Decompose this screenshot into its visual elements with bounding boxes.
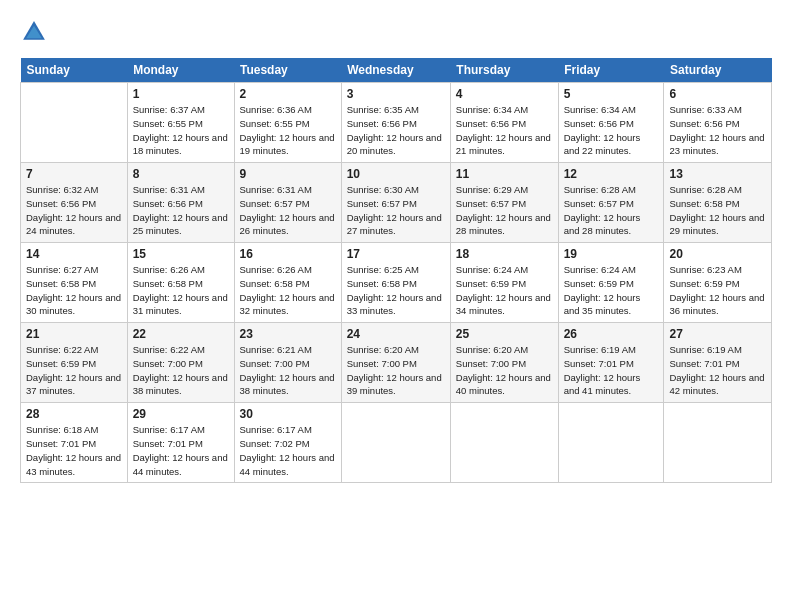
calendar-table: SundayMondayTuesdayWednesdayThursdayFrid… [20,58,772,483]
day-info: Sunrise: 6:35 AMSunset: 6:56 PMDaylight:… [347,103,445,158]
day-number: 12 [564,167,659,181]
day-info: Sunrise: 6:22 AMSunset: 6:59 PMDaylight:… [26,343,122,398]
day-cell: 26Sunrise: 6:19 AMSunset: 7:01 PMDayligh… [558,323,664,403]
day-cell: 23Sunrise: 6:21 AMSunset: 7:00 PMDayligh… [234,323,341,403]
day-number: 15 [133,247,229,261]
week-row-2: 7Sunrise: 6:32 AMSunset: 6:56 PMDaylight… [21,163,772,243]
day-cell: 6Sunrise: 6:33 AMSunset: 6:56 PMDaylight… [664,83,772,163]
day-cell: 1Sunrise: 6:37 AMSunset: 6:55 PMDaylight… [127,83,234,163]
col-header-tuesday: Tuesday [234,58,341,83]
day-number: 27 [669,327,766,341]
day-number: 5 [564,87,659,101]
day-cell [450,403,558,483]
day-cell [664,403,772,483]
day-info: Sunrise: 6:23 AMSunset: 6:59 PMDaylight:… [669,263,766,318]
day-cell: 14Sunrise: 6:27 AMSunset: 6:58 PMDayligh… [21,243,128,323]
day-number: 23 [240,327,336,341]
day-number: 30 [240,407,336,421]
day-number: 3 [347,87,445,101]
day-info: Sunrise: 6:18 AMSunset: 7:01 PMDaylight:… [26,423,122,478]
day-cell: 15Sunrise: 6:26 AMSunset: 6:58 PMDayligh… [127,243,234,323]
calendar-header-row: SundayMondayTuesdayWednesdayThursdayFrid… [21,58,772,83]
day-cell: 12Sunrise: 6:28 AMSunset: 6:57 PMDayligh… [558,163,664,243]
col-header-wednesday: Wednesday [341,58,450,83]
day-number: 21 [26,327,122,341]
day-cell: 29Sunrise: 6:17 AMSunset: 7:01 PMDayligh… [127,403,234,483]
day-info: Sunrise: 6:34 AMSunset: 6:56 PMDaylight:… [456,103,553,158]
day-number: 8 [133,167,229,181]
day-cell: 2Sunrise: 6:36 AMSunset: 6:55 PMDaylight… [234,83,341,163]
day-cell: 18Sunrise: 6:24 AMSunset: 6:59 PMDayligh… [450,243,558,323]
day-cell: 3Sunrise: 6:35 AMSunset: 6:56 PMDaylight… [341,83,450,163]
day-info: Sunrise: 6:24 AMSunset: 6:59 PMDaylight:… [456,263,553,318]
day-cell: 8Sunrise: 6:31 AMSunset: 6:56 PMDaylight… [127,163,234,243]
day-number: 6 [669,87,766,101]
page: SundayMondayTuesdayWednesdayThursdayFrid… [0,0,792,612]
day-number: 2 [240,87,336,101]
day-info: Sunrise: 6:17 AMSunset: 7:01 PMDaylight:… [133,423,229,478]
day-number: 10 [347,167,445,181]
col-header-monday: Monday [127,58,234,83]
day-cell [341,403,450,483]
day-info: Sunrise: 6:30 AMSunset: 6:57 PMDaylight:… [347,183,445,238]
week-row-1: 1Sunrise: 6:37 AMSunset: 6:55 PMDaylight… [21,83,772,163]
day-info: Sunrise: 6:29 AMSunset: 6:57 PMDaylight:… [456,183,553,238]
day-info: Sunrise: 6:17 AMSunset: 7:02 PMDaylight:… [240,423,336,478]
day-number: 22 [133,327,229,341]
day-info: Sunrise: 6:31 AMSunset: 6:56 PMDaylight:… [133,183,229,238]
day-cell: 4Sunrise: 6:34 AMSunset: 6:56 PMDaylight… [450,83,558,163]
day-info: Sunrise: 6:22 AMSunset: 7:00 PMDaylight:… [133,343,229,398]
day-info: Sunrise: 6:32 AMSunset: 6:56 PMDaylight:… [26,183,122,238]
day-cell: 30Sunrise: 6:17 AMSunset: 7:02 PMDayligh… [234,403,341,483]
col-header-thursday: Thursday [450,58,558,83]
day-info: Sunrise: 6:20 AMSunset: 7:00 PMDaylight:… [456,343,553,398]
day-number: 28 [26,407,122,421]
day-cell: 19Sunrise: 6:24 AMSunset: 6:59 PMDayligh… [558,243,664,323]
day-info: Sunrise: 6:28 AMSunset: 6:57 PMDaylight:… [564,183,659,238]
day-cell: 21Sunrise: 6:22 AMSunset: 6:59 PMDayligh… [21,323,128,403]
day-cell: 24Sunrise: 6:20 AMSunset: 7:00 PMDayligh… [341,323,450,403]
day-number: 18 [456,247,553,261]
col-header-saturday: Saturday [664,58,772,83]
week-row-5: 28Sunrise: 6:18 AMSunset: 7:01 PMDayligh… [21,403,772,483]
day-info: Sunrise: 6:25 AMSunset: 6:58 PMDaylight:… [347,263,445,318]
logo [20,18,52,46]
day-number: 1 [133,87,229,101]
logo-icon [20,18,48,46]
day-cell: 7Sunrise: 6:32 AMSunset: 6:56 PMDaylight… [21,163,128,243]
day-number: 29 [133,407,229,421]
day-number: 7 [26,167,122,181]
col-header-sunday: Sunday [21,58,128,83]
day-number: 19 [564,247,659,261]
day-info: Sunrise: 6:33 AMSunset: 6:56 PMDaylight:… [669,103,766,158]
day-info: Sunrise: 6:31 AMSunset: 6:57 PMDaylight:… [240,183,336,238]
day-info: Sunrise: 6:26 AMSunset: 6:58 PMDaylight:… [240,263,336,318]
day-info: Sunrise: 6:28 AMSunset: 6:58 PMDaylight:… [669,183,766,238]
day-number: 20 [669,247,766,261]
day-cell: 22Sunrise: 6:22 AMSunset: 7:00 PMDayligh… [127,323,234,403]
day-info: Sunrise: 6:34 AMSunset: 6:56 PMDaylight:… [564,103,659,158]
day-cell: 5Sunrise: 6:34 AMSunset: 6:56 PMDaylight… [558,83,664,163]
day-number: 26 [564,327,659,341]
day-cell: 25Sunrise: 6:20 AMSunset: 7:00 PMDayligh… [450,323,558,403]
day-info: Sunrise: 6:26 AMSunset: 6:58 PMDaylight:… [133,263,229,318]
day-number: 9 [240,167,336,181]
day-cell: 9Sunrise: 6:31 AMSunset: 6:57 PMDaylight… [234,163,341,243]
day-number: 11 [456,167,553,181]
day-cell [21,83,128,163]
day-number: 4 [456,87,553,101]
day-info: Sunrise: 6:20 AMSunset: 7:00 PMDaylight:… [347,343,445,398]
day-number: 13 [669,167,766,181]
day-cell: 10Sunrise: 6:30 AMSunset: 6:57 PMDayligh… [341,163,450,243]
col-header-friday: Friday [558,58,664,83]
day-cell: 27Sunrise: 6:19 AMSunset: 7:01 PMDayligh… [664,323,772,403]
header [20,18,772,46]
week-row-3: 14Sunrise: 6:27 AMSunset: 6:58 PMDayligh… [21,243,772,323]
day-cell: 17Sunrise: 6:25 AMSunset: 6:58 PMDayligh… [341,243,450,323]
day-info: Sunrise: 6:24 AMSunset: 6:59 PMDaylight:… [564,263,659,318]
week-row-4: 21Sunrise: 6:22 AMSunset: 6:59 PMDayligh… [21,323,772,403]
day-cell: 20Sunrise: 6:23 AMSunset: 6:59 PMDayligh… [664,243,772,323]
day-info: Sunrise: 6:21 AMSunset: 7:00 PMDaylight:… [240,343,336,398]
day-number: 14 [26,247,122,261]
day-cell: 13Sunrise: 6:28 AMSunset: 6:58 PMDayligh… [664,163,772,243]
